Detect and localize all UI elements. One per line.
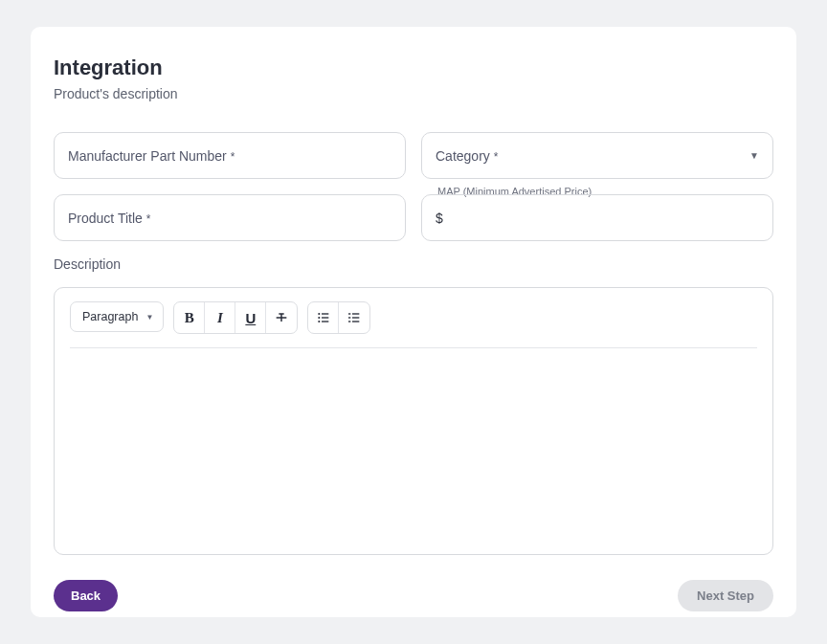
editor-toolbar: Paragraph ▼ B I U: [68, 301, 759, 334]
svg-rect-11: [348, 321, 350, 322]
text-style-group: B I U: [173, 301, 298, 334]
category-label: Category: [436, 148, 490, 164]
product-title-field[interactable]: Product Title *: [54, 194, 406, 241]
svg-rect-7: [322, 317, 328, 318]
product-title-required: *: [146, 212, 151, 226]
paragraph-dropdown[interactable]: Paragraph ▼: [70, 301, 164, 332]
paragraph-dropdown-label: Paragraph: [82, 310, 138, 323]
page-title: Integration: [54, 56, 773, 80]
underline-button[interactable]: U: [235, 302, 266, 333]
form-row-2: Product Title * MAP (Minimum Advertised …: [54, 194, 773, 241]
map-price-field[interactable]: MAP (Minimum Advertised Price) $: [421, 194, 773, 241]
rich-text-editor: Paragraph ▼ B I U: [54, 287, 773, 555]
form-footer: Back Next Step: [54, 580, 773, 611]
strikethrough-button[interactable]: [266, 302, 297, 333]
category-required: *: [494, 150, 499, 164]
mpn-field[interactable]: Manufacturer Part Number *: [54, 132, 406, 179]
svg-point-3: [318, 313, 320, 315]
category-select[interactable]: Category * ▼: [421, 132, 773, 179]
svg-rect-14: [352, 321, 359, 322]
mpn-label: Manufacturer Part Number: [68, 148, 227, 164]
svg-rect-10: [348, 317, 350, 318]
svg-rect-8: [322, 321, 328, 322]
next-step-button[interactable]: Next Step: [678, 580, 773, 611]
svg-rect-13: [352, 317, 359, 318]
form-row-1: Manufacturer Part Number * Category * ▼: [54, 132, 773, 179]
form-card: Integration Product's description Manufa…: [31, 27, 796, 617]
svg-point-4: [318, 317, 320, 319]
back-button[interactable]: Back: [54, 580, 118, 611]
bold-button[interactable]: B: [174, 302, 205, 333]
svg-rect-9: [348, 313, 350, 314]
chevron-down-icon: ▼: [145, 313, 153, 322]
svg-point-5: [318, 321, 320, 322]
mpn-required: *: [231, 150, 235, 164]
bullet-list-button[interactable]: [308, 302, 339, 333]
list-group: [307, 301, 370, 334]
numbered-list-button[interactable]: [339, 302, 369, 333]
page-subtitle: Product's description: [54, 86, 773, 101]
chevron-down-icon: ▼: [749, 150, 759, 161]
italic-button[interactable]: I: [205, 302, 235, 333]
description-label: Description: [54, 256, 773, 272]
product-title-label: Product Title: [68, 211, 143, 226]
svg-rect-6: [322, 313, 328, 314]
svg-rect-12: [352, 313, 359, 314]
map-value: $: [436, 211, 759, 226]
editor-content-area[interactable]: [68, 348, 759, 544]
